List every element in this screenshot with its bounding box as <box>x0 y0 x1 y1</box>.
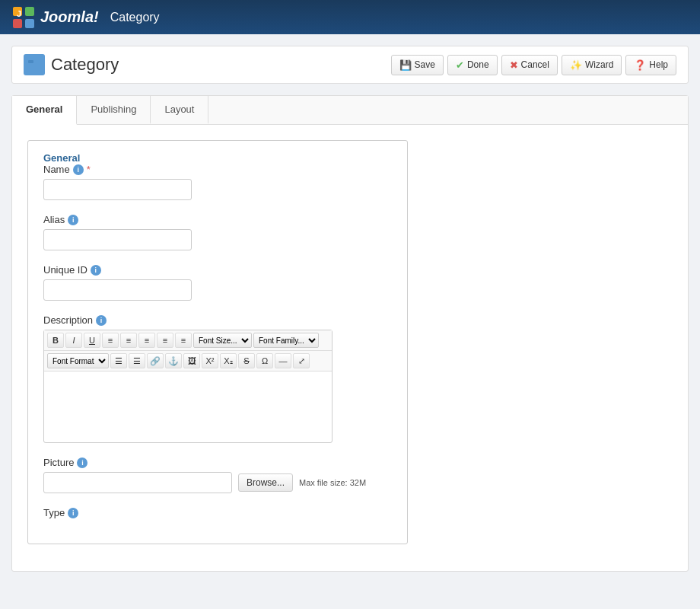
save-button[interactable]: 💾 Save <box>391 55 444 75</box>
description-label: Description i <box>43 314 392 326</box>
description-info-icon: i <box>96 315 107 326</box>
svg-rect-6 <box>28 60 33 63</box>
type-field-group: Type i <box>43 507 392 518</box>
unique-id-label: Unique ID i <box>43 264 392 276</box>
alias-label: Alias i <box>43 214 392 225</box>
picture-input[interactable] <box>43 472 232 493</box>
svg-text:J: J <box>17 9 21 18</box>
unique-id-field-group: Unique ID i <box>43 264 392 301</box>
cancel-button[interactable]: ✖ Cancel <box>501 55 558 75</box>
strikethrough-button[interactable]: S <box>238 353 255 368</box>
svg-rect-1 <box>25 7 34 16</box>
joomla-logo: J Joomla! <box>11 5 99 30</box>
picture-label: Picture i <box>43 457 392 468</box>
expand-button[interactable]: ⤢ <box>293 353 310 368</box>
browse-button[interactable]: Browse... <box>238 473 293 492</box>
tab-general-content: General Name i * Alias i <box>12 125 688 571</box>
type-label: Type i <box>43 507 392 518</box>
alias-input[interactable] <box>43 229 192 250</box>
type-info-icon: i <box>68 508 78 518</box>
topbar-title: Category <box>110 11 160 24</box>
file-size-text: Max file size: 32M <box>299 478 366 487</box>
tabs-header: General Publishing Layout <box>12 96 688 125</box>
top-navigation-bar: J Joomla! Category <box>0 0 700 34</box>
cancel-icon: ✖ <box>510 59 518 71</box>
svg-rect-3 <box>25 19 34 28</box>
description-editor-area[interactable] <box>44 371 332 440</box>
superscript-button[interactable]: X² <box>202 353 218 368</box>
alias-info-icon: i <box>68 215 78 225</box>
tab-publishing[interactable]: Publishing <box>77 96 151 124</box>
help-icon: ❓ <box>634 59 646 71</box>
general-fieldset: General Name i * Alias i <box>27 140 408 544</box>
done-button[interactable]: ✔ Done <box>447 55 498 75</box>
unique-id-info-icon: i <box>91 265 101 276</box>
category-page-icon <box>24 54 45 75</box>
tab-layout[interactable]: Layout <box>151 96 208 124</box>
tabs-container: General Publishing Layout General Name i… <box>11 95 689 572</box>
name-input[interactable] <box>43 179 192 200</box>
underline-button[interactable]: U <box>84 333 100 348</box>
page-title-area: Category <box>24 54 119 75</box>
name-required-star: * <box>87 164 91 175</box>
ordered-list-button[interactable]: ≡ <box>157 333 173 348</box>
toolbar: 💾 Save ✔ Done ✖ Cancel ✨ Wizard ❓ Help <box>391 55 676 75</box>
name-info-icon: i <box>73 164 84 175</box>
page-header: Category 💾 Save ✔ Done ✖ Cancel ✨ Wizard… <box>11 46 689 84</box>
special-chars-button[interactable]: Ω <box>256 353 273 368</box>
justify-left-button[interactable]: ☰ <box>110 353 127 368</box>
content-area: Category 💾 Save ✔ Done ✖ Cancel ✨ Wizard… <box>0 34 700 609</box>
unique-id-input[interactable] <box>43 279 192 301</box>
description-field-group: Description i B I U ≡ ≡ ≡ ≡ <box>43 314 392 443</box>
unordered-list-button[interactable]: ≡ <box>175 333 192 348</box>
align-left-button[interactable]: ≡ <box>102 333 119 348</box>
alias-field-group: Alias i <box>43 214 392 250</box>
justify-center-button[interactable]: ☰ <box>129 353 145 368</box>
font-family-select[interactable]: Font Family... <box>253 333 319 348</box>
save-icon: 💾 <box>399 59 412 71</box>
font-size-select[interactable]: Font Size... <box>193 333 252 348</box>
font-format-select[interactable]: Font Format <box>47 353 109 368</box>
insert-link-button[interactable]: 🔗 <box>147 353 164 368</box>
picture-field-group: Picture i Browse... Max file size: 32M <box>43 457 392 493</box>
bold-button[interactable]: B <box>47 333 64 348</box>
tab-general[interactable]: General <box>12 96 77 125</box>
editor-toolbar-row-1: B I U ≡ ≡ ≡ ≡ ≡ Font Size... <box>44 330 332 351</box>
hr-button[interactable]: — <box>275 353 291 368</box>
wizard-icon: ✨ <box>570 59 582 71</box>
joomla-logo-icon: J <box>11 5 36 30</box>
insert-image-button[interactable]: 🖼 <box>183 353 200 368</box>
italic-button[interactable]: I <box>65 333 82 348</box>
page-title: Category <box>51 55 119 75</box>
picture-info-icon: i <box>77 458 88 468</box>
wizard-button[interactable]: ✨ Wizard <box>562 55 622 75</box>
done-icon: ✔ <box>456 59 464 71</box>
subscript-button[interactable]: X₂ <box>220 353 237 368</box>
editor-toolbar-row-2: Font Format ☰ ☰ 🔗 ⚓ 🖼 X² X₂ S Ω — <box>44 351 332 371</box>
insert-anchor-button[interactable]: ⚓ <box>165 353 182 368</box>
align-right-button[interactable]: ≡ <box>138 333 155 348</box>
align-center-button[interactable]: ≡ <box>120 333 137 348</box>
joomla-brand-text: Joomla! <box>40 8 99 26</box>
editor-wrapper: B I U ≡ ≡ ≡ ≡ ≡ Font Size... <box>43 330 332 443</box>
svg-rect-2 <box>13 19 22 28</box>
name-field-group: Name i * <box>43 164 392 200</box>
name-label: Name i * <box>43 164 392 175</box>
help-button[interactable]: ❓ Help <box>625 55 676 75</box>
folder-icon <box>27 58 41 72</box>
fieldset-legend: General <box>40 152 392 164</box>
picture-row: Browse... Max file size: 32M <box>43 472 392 493</box>
